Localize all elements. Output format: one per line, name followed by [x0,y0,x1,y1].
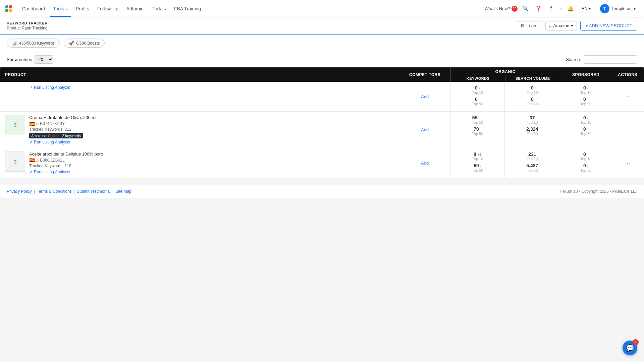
submit-testimonial-link[interactable]: Submit Testimonial [77,189,111,194]
product-cell: 🫙 Crema Hidratante de Oliva, 200 ml 🇪🇸 a… [0,112,399,148]
nav-tools[interactable]: Tools ▾ [50,1,71,17]
competitors-cell: Add [399,82,450,112]
country-flag: 🇪🇸 [29,158,35,163]
competitors-column-header: COMPETITORS [399,67,450,82]
organic-kw-top10: 8 +1 Top 10 [455,152,499,161]
organic-sv-top10: 37 Top 10 [509,115,555,124]
external-link-icon: ↗ [29,140,33,144]
nav-followup[interactable]: Follow-Up [94,1,122,17]
terms-conditions-link[interactable]: Terms & Conditions [37,189,72,194]
app-logo[interactable] [5,5,12,12]
user-name: Templeton [611,6,632,11]
competitors-cell: Add [399,112,450,148]
sponsored-top50: 0 - Top 50 [565,163,607,172]
sponsored-cell: 0 - Top 10 0 - Top 50 [560,148,611,178]
product-name: Crema Hidratante de Oliva, 200 ml [29,115,394,120]
external-link-icon: ↗ [29,170,33,174]
country-flag: 🇪🇸 [29,121,35,126]
page-title-section: KEYWORD TRACKER Product Rank Tracking [7,21,48,31]
keyword-tracker-table: PRODUCT COMPETITORS ORGANIC keywords sea… [0,67,644,178]
organic-sv-top50: 2,324 Top 50 [509,126,555,136]
help-icon[interactable]: ❓ [534,4,543,13]
site-map-link[interactable]: Site Map [116,189,131,194]
organic-kw-top50: 70 - Top 50 [455,126,499,136]
amazon-selector[interactable]: a Amazon ▾ [545,21,577,31]
sponsored-top10: 0 - Top 10 [565,152,607,161]
product-name: Aceite árbol del té Deliplus 100% puro [29,152,394,157]
whats-new-button[interactable]: What's New? 22 [485,6,518,12]
sponsored-top10: 0 - Top 10 [565,85,607,95]
chevron-down-icon: ▾ [634,6,636,11]
bell-icon[interactable]: 🔔 [566,4,575,13]
organic-searchvolume-cell: 37 Top 10 2,324 Top 50 [504,112,560,148]
keywords-stat: 📊 435/5000 Keywords [7,39,60,48]
organic-keywords-cell: 8 +1 Top 10 60 - Top 50 [451,148,504,178]
nav-dashboard[interactable]: Dashboard [19,1,49,17]
table-row: 🫙 Crema Hidratante de Oliva, 200 ml 🇪🇸 a… [0,112,644,148]
organic-sv-top50: 0 Top 50 [509,97,555,106]
nav-adtomic[interactable]: Adtomic [123,1,147,17]
organic-keywords-cell: 55 +1 Top 10 70 - Top 50 [451,112,504,148]
product-column-header: PRODUCT [0,67,399,82]
avatar: T [600,4,609,13]
organic-column-header: ORGANIC keywords search volume [451,67,560,82]
privacy-policy-link[interactable]: Privacy Policy [7,189,32,194]
product-meta: 🇪🇸 a B08GJZG62L [29,158,394,163]
amazon-choice-badge: Amazon's Choice: 2 keywords [29,133,83,138]
nav-profits[interactable]: Profits [72,1,93,17]
search-input[interactable] [584,55,637,64]
external-link-icon: ↗ [29,85,33,90]
organic-keywords-subheader: keywords [451,75,505,82]
organic-kw-top10: 55 +1 Top 10 [455,115,499,124]
product-cell: ↗ Run Listing Analyzer [0,82,399,112]
sponsored-top50: 0 - Top 50 [565,126,607,136]
product-meta: 🇪🇸 a B074N28PSY [29,121,394,126]
organic-keywords-cell: 0 - Top 10 0 - Top 50 [451,82,504,112]
footer-links: Privacy Policy | Terms & Conditions | Su… [7,189,131,194]
language-selector[interactable]: EN ▾ [579,5,594,12]
user-menu[interactable]: T Templeton ▾ [597,3,639,15]
row-actions-menu[interactable]: ··· [616,93,639,100]
add-competitor-link[interactable]: Add [421,127,429,132]
sponsored-top50: 0 - Top 50 [565,97,607,106]
entries-select[interactable]: 20 50 100 [35,55,53,64]
top-navigation: Dashboard Tools ▾ Profits Follow-Up Adto… [0,0,644,17]
learn-button[interactable]: 🖥 Learn [516,21,542,30]
page-header: KEYWORD TRACKER Product Rank Tracking 🖥 … [0,17,644,35]
amazon-icon: a [36,158,39,163]
add-competitor-link[interactable]: Add [421,161,429,166]
organic-sv-top10: 0 Top 10 [509,85,555,95]
facebook-icon[interactable]: f [546,4,556,13]
chevron-down-icon: ▾ [589,6,591,11]
asin: B074N28PSY [40,121,65,126]
asin: B08GJZG62L [40,158,64,163]
nav-fba-training[interactable]: FBA Training [171,1,204,17]
organic-kw-top50: 0 - Top 50 [455,97,499,106]
chevron-down-icon: ▾ [571,23,573,28]
row-actions-menu[interactable]: ··· [616,160,639,167]
nav-items: Dashboard Tools ▾ Profits Follow-Up Adto… [19,1,204,17]
run-listing-analyzer-link[interactable]: ↗ Run Listing Analyzer [29,85,394,90]
actions-cell: ··· [611,82,644,112]
organic-sv-top10: 231 Top 10 [509,152,555,161]
sponsored-top10: 0 - Top 10 [565,115,607,124]
chart-icon: 📊 [12,41,17,46]
search-area: Search: [566,55,637,64]
organic-kw-top50: 60 - Top 50 [455,163,499,172]
close-icon[interactable]: ✕ [559,6,562,11]
run-listing-analyzer-link[interactable]: ↗ Run Listing Analyzer [29,170,394,174]
nav-portals[interactable]: Portals [148,1,169,17]
add-competitor-link[interactable]: Add [421,94,429,99]
chevron-down-icon: ▾ [66,7,68,11]
whats-new-badge: 22 [512,6,518,12]
actions-cell: ··· [611,112,644,148]
logo-grid-icon [5,5,12,12]
run-listing-analyzer-link[interactable]: ↗ Run Listing Analyzer [29,140,394,144]
search-icon[interactable]: 🔍 [521,4,530,13]
organic-searchvolume-subheader: search volume [505,75,560,82]
organic-searchvolume-cell: 0 Top 10 0 Top 50 [504,82,560,112]
row-actions-menu[interactable]: ··· [616,126,639,133]
add-new-product-button[interactable]: + ADD NEW PRODUCT [580,21,637,31]
data-table-wrapper: PRODUCT COMPETITORS ORGANIC keywords sea… [0,67,644,178]
amazon-logo-icon: a [549,23,552,28]
